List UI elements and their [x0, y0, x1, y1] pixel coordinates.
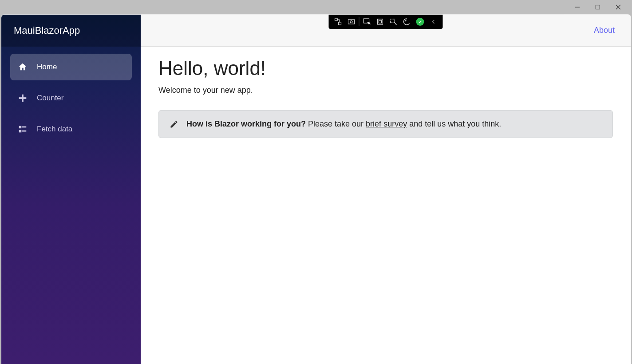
about-link[interactable]: About	[594, 26, 615, 35]
plus-icon	[17, 93, 28, 103]
svg-rect-6	[19, 126, 22, 129]
close-icon	[616, 4, 621, 10]
sidebar-nav: Home Counter	[1, 47, 141, 150]
svg-rect-8	[19, 130, 22, 133]
sidebar-item-fetch-data[interactable]: Fetch data	[10, 116, 132, 142]
svg-rect-5	[19, 97, 27, 99]
svg-rect-12	[348, 20, 355, 24]
maximize-icon	[595, 4, 600, 10]
maximize-button[interactable]	[588, 0, 608, 14]
layout-adorners-icon	[376, 18, 384, 26]
survey-suffix: and tell us what you think.	[407, 119, 501, 128]
sidebar-item-label: Counter	[37, 94, 63, 103]
survey-question: How is Blazor working for you?	[186, 119, 306, 128]
layout-adorners-button[interactable]	[374, 16, 387, 28]
page-content: Hello, world! Welcome to your new app. H…	[141, 47, 631, 149]
app-window: MauiBlazorApp Home Counter	[0, 0, 632, 364]
debug-separator	[359, 17, 359, 26]
hot-reload-icon	[403, 18, 411, 26]
collapse-chevron-icon	[431, 19, 437, 25]
sidebar-item-home[interactable]: Home	[10, 54, 132, 80]
hot-reload-button[interactable]	[400, 16, 414, 28]
screenshot-icon	[348, 18, 356, 26]
live-visual-tree-button[interactable]	[332, 16, 345, 28]
main-area: About Hello, world! Welcome to your new …	[141, 15, 631, 364]
track-focus-button[interactable]	[387, 16, 400, 28]
home-icon	[17, 62, 28, 72]
status-ok-icon	[416, 18, 424, 26]
track-focus-icon	[390, 18, 398, 26]
app-frame: MauiBlazorApp Home Counter	[1, 14, 631, 364]
select-element-icon	[363, 18, 371, 26]
svg-rect-10	[335, 19, 338, 20]
svg-rect-15	[378, 19, 383, 24]
status-ok-button[interactable]	[414, 16, 427, 28]
svg-rect-1	[596, 5, 600, 9]
select-element-button[interactable]	[360, 16, 374, 28]
svg-rect-16	[379, 20, 382, 23]
svg-rect-11	[339, 22, 341, 25]
sidebar-item-counter[interactable]: Counter	[10, 85, 132, 111]
minimize-icon	[575, 4, 580, 10]
screenshot-button[interactable]	[345, 16, 358, 28]
survey-link[interactable]: brief survey	[366, 119, 407, 128]
sidebar: MauiBlazorApp Home Counter	[1, 15, 141, 364]
live-visual-tree-icon	[334, 18, 342, 26]
list-icon	[17, 124, 28, 135]
svg-rect-9	[22, 131, 26, 132]
survey-alert: How is Blazor working for you? Please ta…	[158, 110, 613, 138]
minimize-button[interactable]	[567, 0, 588, 14]
debug-toolbar	[329, 15, 443, 29]
sidebar-item-label: Home	[37, 63, 57, 71]
page-title: Hello, world!	[158, 57, 613, 79]
app-brand: MauiBlazorApp	[1, 15, 141, 47]
survey-text: How is Blazor working for you? Please ta…	[186, 119, 501, 129]
sidebar-item-label: Fetch data	[37, 125, 72, 134]
survey-prefix: Please take our	[306, 119, 366, 128]
collapse-toolbar-button[interactable]	[427, 16, 440, 28]
svg-point-13	[350, 21, 352, 23]
svg-rect-7	[22, 127, 26, 128]
close-button[interactable]	[608, 0, 628, 14]
pencil-icon	[170, 120, 178, 129]
welcome-text: Welcome to your new app.	[158, 86, 613, 95]
titlebar	[0, 0, 632, 14]
